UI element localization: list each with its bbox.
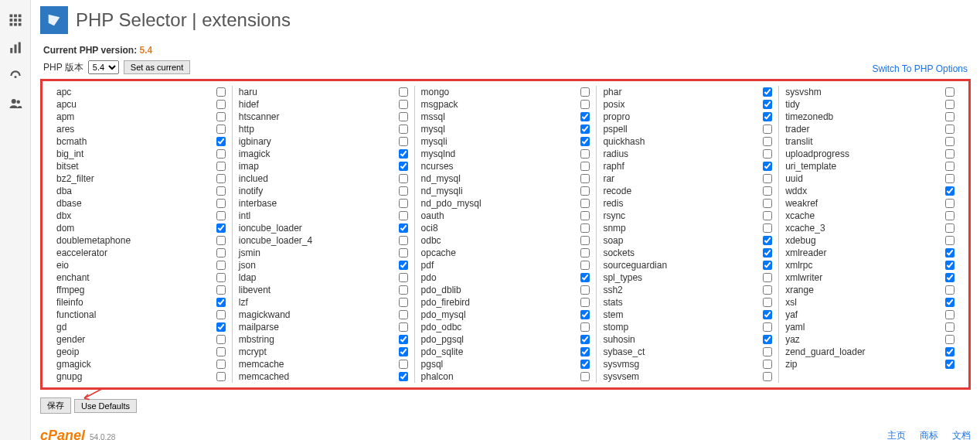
extension-checkbox-wddx[interactable] bbox=[945, 186, 954, 196]
switch-options-link[interactable]: Switch To PHP Options bbox=[872, 63, 968, 74]
extension-checkbox-memcache[interactable] bbox=[399, 360, 408, 369]
extension-checkbox-json[interactable] bbox=[399, 261, 408, 270]
extension-checkbox-pspell[interactable] bbox=[763, 124, 772, 134]
extension-checkbox-soap[interactable] bbox=[763, 236, 772, 245]
extension-checkbox-nd_mysqli[interactable] bbox=[580, 186, 590, 196]
extension-checkbox-xrange[interactable] bbox=[945, 285, 954, 295]
extension-checkbox-ioncube_loader[interactable] bbox=[399, 223, 408, 233]
extension-checkbox-stomp[interactable] bbox=[763, 322, 772, 332]
extension-checkbox-sockets[interactable] bbox=[763, 248, 772, 258]
extension-checkbox-xmlrpc[interactable] bbox=[945, 261, 954, 270]
extension-checkbox-igbinary[interactable] bbox=[399, 137, 408, 146]
extension-checkbox-trader[interactable] bbox=[945, 124, 954, 134]
extension-checkbox-recode[interactable] bbox=[763, 186, 772, 196]
extension-checkbox-sysvmsg[interactable] bbox=[763, 360, 772, 369]
extension-checkbox-ffmpeg[interactable] bbox=[216, 285, 226, 295]
extension-checkbox-inclued[interactable] bbox=[399, 174, 408, 183]
extension-checkbox-ssh2[interactable] bbox=[763, 285, 772, 295]
extension-checkbox-imagick[interactable] bbox=[399, 149, 408, 159]
extension-checkbox-xcache[interactable] bbox=[945, 211, 954, 220]
extension-checkbox-sysvsem[interactable] bbox=[763, 372, 772, 381]
extension-checkbox-posix[interactable] bbox=[763, 100, 772, 109]
extension-checkbox-magickwand[interactable] bbox=[399, 310, 408, 319]
extension-checkbox-apcu[interactable] bbox=[216, 100, 226, 109]
extension-checkbox-pgsql[interactable] bbox=[580, 360, 590, 369]
extension-checkbox-interbase[interactable] bbox=[399, 199, 408, 208]
extension-checkbox-pdo_firebird[interactable] bbox=[580, 298, 590, 307]
extension-checkbox-phalcon[interactable] bbox=[580, 372, 590, 381]
extension-checkbox-bitset[interactable] bbox=[216, 162, 226, 171]
extension-checkbox-suhosin[interactable] bbox=[763, 335, 772, 344]
extension-checkbox-fileinfo[interactable] bbox=[216, 298, 226, 307]
extension-checkbox-redis[interactable] bbox=[763, 199, 772, 208]
extension-checkbox-memcached[interactable] bbox=[399, 372, 408, 381]
extension-checkbox-hidef[interactable] bbox=[399, 100, 408, 109]
extension-checkbox-opcache[interactable] bbox=[580, 248, 590, 258]
extension-checkbox-weakref[interactable] bbox=[945, 199, 954, 208]
extension-checkbox-pdf[interactable] bbox=[580, 261, 590, 270]
footer-link[interactable]: 文档 bbox=[952, 429, 971, 440]
extension-checkbox-translit[interactable] bbox=[945, 137, 954, 146]
extension-checkbox-xcache_3[interactable] bbox=[945, 223, 954, 233]
extension-checkbox-pdo[interactable] bbox=[580, 273, 590, 282]
extension-checkbox-mcrypt[interactable] bbox=[399, 347, 408, 356]
extension-checkbox-eaccelerator[interactable] bbox=[216, 248, 226, 258]
extension-checkbox-uuid[interactable] bbox=[945, 174, 954, 183]
extension-checkbox-enchant[interactable] bbox=[216, 273, 226, 282]
extension-checkbox-stats[interactable] bbox=[763, 298, 772, 307]
extension-checkbox-pdo_pgsql[interactable] bbox=[580, 335, 590, 344]
extension-checkbox-doublemetaphone[interactable] bbox=[216, 236, 226, 245]
extension-checkbox-sybase_ct[interactable] bbox=[763, 347, 772, 356]
extension-checkbox-uri_template[interactable] bbox=[945, 162, 954, 171]
sidebar-dashboard-icon[interactable] bbox=[0, 62, 30, 90]
extension-checkbox-http[interactable] bbox=[399, 124, 408, 134]
extension-checkbox-yaf[interactable] bbox=[945, 310, 954, 319]
extension-checkbox-pdo_mysql[interactable] bbox=[580, 310, 590, 319]
extension-checkbox-uploadprogress[interactable] bbox=[945, 149, 954, 159]
set-current-button[interactable]: Set as current bbox=[124, 60, 190, 74]
extension-checkbox-ldap[interactable] bbox=[399, 273, 408, 282]
extension-checkbox-sysvshm[interactable] bbox=[945, 87, 954, 97]
extension-checkbox-radius[interactable] bbox=[763, 149, 772, 159]
extension-checkbox-sourceguardian[interactable] bbox=[763, 261, 772, 270]
extension-checkbox-imap[interactable] bbox=[399, 162, 408, 171]
extension-checkbox-stem[interactable] bbox=[763, 310, 772, 319]
extension-checkbox-htscanner[interactable] bbox=[399, 112, 408, 121]
extension-checkbox-oauth[interactable] bbox=[580, 211, 590, 220]
extension-checkbox-inotify[interactable] bbox=[399, 186, 408, 196]
extension-checkbox-lzf[interactable] bbox=[399, 298, 408, 307]
sidebar-apps-icon[interactable] bbox=[0, 6, 30, 34]
extension-checkbox-ncurses[interactable] bbox=[580, 162, 590, 171]
extension-checkbox-spl_types[interactable] bbox=[763, 273, 772, 282]
extension-checkbox-zend_guard_loader[interactable] bbox=[945, 347, 954, 356]
extension-checkbox-apc[interactable] bbox=[216, 87, 226, 97]
extension-checkbox-mysql[interactable] bbox=[580, 124, 590, 134]
save-button[interactable]: 保存 bbox=[40, 397, 71, 414]
extension-checkbox-haru[interactable] bbox=[399, 87, 408, 97]
extension-checkbox-bz2_filter[interactable] bbox=[216, 174, 226, 183]
extension-checkbox-msgpack[interactable] bbox=[580, 100, 590, 109]
extension-checkbox-propro[interactable] bbox=[763, 112, 772, 121]
php-version-select[interactable]: 5.4 bbox=[88, 60, 119, 74]
extension-checkbox-big_int[interactable] bbox=[216, 149, 226, 159]
extension-checkbox-libevent[interactable] bbox=[399, 285, 408, 295]
extension-checkbox-nd_mysql[interactable] bbox=[580, 174, 590, 183]
extension-checkbox-xdebug[interactable] bbox=[945, 236, 954, 245]
footer-link[interactable]: 主页 bbox=[887, 429, 906, 440]
extension-checkbox-yaz[interactable] bbox=[945, 335, 954, 344]
extension-checkbox-dba[interactable] bbox=[216, 186, 226, 196]
extension-checkbox-pdo_dblib[interactable] bbox=[580, 285, 590, 295]
extension-checkbox-pdo_odbc[interactable] bbox=[580, 322, 590, 332]
extension-checkbox-ares[interactable] bbox=[216, 124, 226, 134]
sidebar-stats-icon[interactable] bbox=[0, 34, 30, 62]
extension-checkbox-pdo_sqlite[interactable] bbox=[580, 347, 590, 356]
extension-checkbox-xsl[interactable] bbox=[945, 298, 954, 307]
extension-checkbox-mailparse[interactable] bbox=[399, 322, 408, 332]
extension-checkbox-mbstring[interactable] bbox=[399, 335, 408, 344]
footer-link[interactable]: 商标 bbox=[920, 429, 938, 440]
extension-checkbox-zip[interactable] bbox=[945, 360, 954, 369]
extension-checkbox-rsync[interactable] bbox=[763, 211, 772, 220]
extension-checkbox-rar[interactable] bbox=[763, 174, 772, 183]
extension-checkbox-jsmin[interactable] bbox=[399, 248, 408, 258]
extension-checkbox-gmagick[interactable] bbox=[216, 360, 226, 369]
